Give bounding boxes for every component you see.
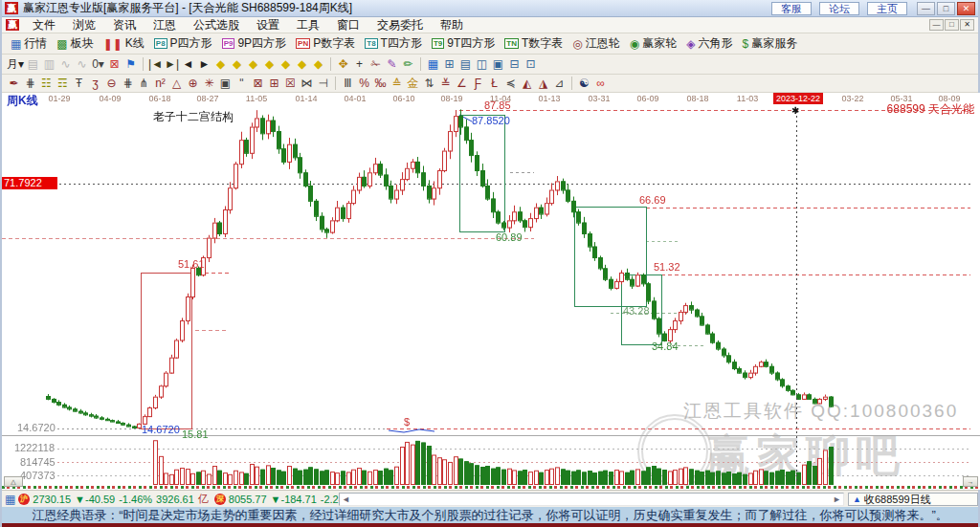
menu-item-文件[interactable]: 文件 xyxy=(24,18,64,32)
measure-tool-icon[interactable]: ⊣ xyxy=(315,76,331,91)
pc-send-icon[interactable]: ⊟ xyxy=(506,56,523,72)
n2-tool-icon[interactable]: n² xyxy=(152,76,168,91)
calendar-icon[interactable]: ▦ xyxy=(425,56,441,72)
gann-grid2-tool-icon[interactable]: ☶ xyxy=(55,76,71,91)
calculator-icon[interactable]: ⊞ xyxy=(441,56,457,72)
menu-item-窗口[interactable]: 窗口 xyxy=(328,18,368,32)
kline-chart[interactable] xyxy=(2,93,980,490)
p9-square-button[interactable]: P99P四方形 xyxy=(217,34,291,53)
fork-tool-icon[interactable]: ⋔ xyxy=(136,76,152,91)
gold-tool-icon[interactable]: 金 xyxy=(405,76,421,91)
hexagon-button[interactable]: ◈六角形 xyxy=(681,34,737,53)
updown-tool-icon[interactable]: ⇅ xyxy=(421,76,437,91)
compare-tool-icon[interactable]: Ⅲ xyxy=(340,76,356,91)
golden-mean-tool-icon[interactable]: ≙ xyxy=(389,76,405,91)
tri-down-tool-icon[interactable]: ◮ xyxy=(535,76,551,91)
pc-receive-icon[interactable]: ⊡ xyxy=(523,56,539,72)
comb-tool-icon[interactable]: ⋕ xyxy=(22,76,38,91)
triangle-tool-icon[interactable]: △ xyxy=(168,76,185,91)
last-page-icon[interactable]: ►| xyxy=(164,56,180,72)
cross-box-tool-icon[interactable]: ☒ xyxy=(282,76,299,91)
cut-line-icon[interactable]: ✁ xyxy=(368,56,384,72)
first-page-icon[interactable]: |◄ xyxy=(147,56,164,72)
mdi-minimize-button[interactable]: — xyxy=(929,19,944,31)
p-square-button[interactable]: P8P四方形 xyxy=(149,34,217,53)
menu-item-工具[interactable]: 工具 xyxy=(288,18,328,32)
permille-tool-icon[interactable]: ‰ xyxy=(372,76,389,91)
lattice-tool-icon[interactable]: ⊠ xyxy=(250,76,266,91)
cycle-tool-icon[interactable]: ⊖ xyxy=(103,76,120,91)
menu-item-江恩[interactable]: 江恩 xyxy=(145,18,185,32)
sectors-button[interactable]: ▩板块 xyxy=(52,34,98,53)
winner-wheel-button[interactable]: ◉赢家轮 xyxy=(625,34,681,53)
period-selector[interactable]: 月▾ xyxy=(6,56,25,72)
yinyang-icon[interactable]: ☯ xyxy=(576,76,592,91)
t9-square-button[interactable]: T99T四方形 xyxy=(427,34,500,53)
winner-service-button[interactable]: $赢家服务 xyxy=(738,34,803,53)
minimize-button[interactable]: — xyxy=(917,2,935,15)
angle-tool-icon[interactable]: ∠ xyxy=(454,76,470,91)
wedge-tool-icon[interactable]: ⊿ xyxy=(551,76,568,91)
gann-grid-tool-icon[interactable]: ☷ xyxy=(38,76,55,91)
kline-button[interactable]: ❚❚K线 xyxy=(99,34,149,53)
flag-icon[interactable]: ⚑ xyxy=(122,56,139,72)
market-table-icon[interactable]: ▦ xyxy=(5,493,15,506)
menu-item-交易委托[interactable]: 交易委托 xyxy=(368,18,432,32)
trend-tool-icon[interactable]: ≼ xyxy=(502,76,519,91)
grid-tool-icon[interactable]: ⊞ xyxy=(266,76,282,91)
overview-tick-strip[interactable] xyxy=(2,486,980,489)
status-scrollbar[interactable]: ◄ ► xyxy=(339,493,844,506)
gann-fan-tool-icon[interactable]: ⊕ xyxy=(185,76,201,91)
tri-up-tool-icon[interactable]: ◭ xyxy=(519,76,535,91)
menu-item-资讯[interactable]: 资讯 xyxy=(104,18,145,32)
bowtie-tool-icon[interactable]: ⋈ xyxy=(299,76,315,91)
t-number-table-button[interactable]: TNT数字表 xyxy=(500,34,568,53)
zoom-diamond-3-icon[interactable]: ◆ xyxy=(245,56,261,72)
f-wave-tool-icon[interactable]: Ƒ xyxy=(470,76,486,91)
spiral-tool-icon[interactable]: ʒ xyxy=(87,76,103,91)
quote-tool-icon[interactable]: ʺ xyxy=(234,76,250,91)
zoom-diamond-4-icon[interactable]: ◆ xyxy=(261,56,278,72)
notebook-icon[interactable]: ▤ xyxy=(457,56,474,72)
zoom-diamond-5-icon[interactable]: ◆ xyxy=(278,56,294,72)
close-button[interactable]: ✕ xyxy=(957,2,975,15)
t-square-button[interactable]: T8T四方形 xyxy=(360,34,427,53)
hatch-tool-icon[interactable]: ⋕ xyxy=(120,76,136,91)
homepage-button[interactable]: 主页 xyxy=(867,2,907,15)
zoom-diamond-6-icon[interactable]: ◆ xyxy=(294,56,310,72)
percent-tool-icon[interactable]: % xyxy=(356,76,372,91)
infinity-icon[interactable]: ∞ xyxy=(592,76,609,91)
hand-tool-icon[interactable]: ✥ xyxy=(335,56,351,72)
mdi-close-button[interactable]: ✕ xyxy=(960,19,974,31)
shenzhen-index-icon[interactable]: 深 xyxy=(214,494,226,505)
maximize-button[interactable]: □ xyxy=(937,2,955,15)
wave-small2-icon[interactable]: ∿ xyxy=(74,56,90,72)
zoom-diamond-1-icon[interactable]: ◆ xyxy=(212,56,229,72)
scroll-left-arrow-icon[interactable]: ◄ xyxy=(342,494,350,504)
pane-toggle-button[interactable]: △ xyxy=(4,476,23,487)
save-icon[interactable]: ◫ xyxy=(474,56,490,72)
shanghai-index-icon[interactable]: 沪 xyxy=(18,494,30,505)
info-panel-icon[interactable]: ▥ xyxy=(41,56,57,72)
draw-pen-purple-icon[interactable]: ✎ xyxy=(384,56,400,72)
star-tool-icon[interactable]: ✳ xyxy=(201,76,217,91)
p-number-table-button[interactable]: PNP数字表 xyxy=(291,34,360,53)
crosshair-icon[interactable]: + xyxy=(351,56,368,72)
scroll-right-arrow-icon[interactable]: ► xyxy=(833,494,841,504)
pen-tool-icon[interactable]: ✒ xyxy=(6,76,22,91)
level-tool-icon[interactable]: ≚ xyxy=(437,76,454,91)
quotes-button[interactable]: ▦行情 xyxy=(6,34,52,53)
overlay-icon[interactable]: ▤ xyxy=(25,56,41,72)
customer-service-button[interactable]: 客服 xyxy=(771,2,812,15)
menu-item-设置[interactable]: 设置 xyxy=(248,18,288,32)
time-flag-tool-icon[interactable]: Ŧ xyxy=(71,76,87,91)
l-wave-tool-icon[interactable]: Ł xyxy=(486,76,502,91)
zoom-diamond-7-icon[interactable]: ◆ xyxy=(310,56,326,72)
kline-settings-icon[interactable]: ⊠ xyxy=(106,56,122,72)
forum-button[interactable]: 论坛 xyxy=(819,2,859,15)
mdi-restore-button[interactable]: □ xyxy=(945,19,959,31)
scroll-right-button[interactable]: → xyxy=(963,476,978,487)
zoom-diamond-2-icon[interactable]: ◆ xyxy=(229,56,245,72)
daily-chart-button[interactable]: ▲ 收688599日线 xyxy=(848,493,978,506)
next-page-icon[interactable]: ► xyxy=(196,56,212,72)
